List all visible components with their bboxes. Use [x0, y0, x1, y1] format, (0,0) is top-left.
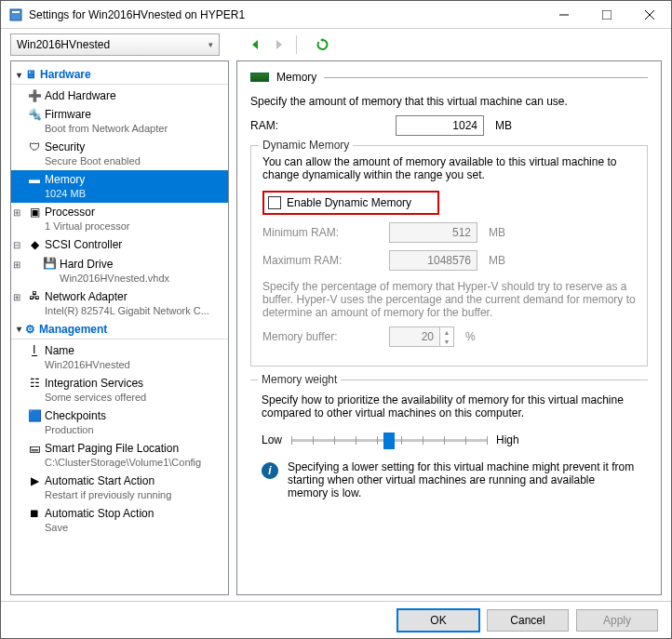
firmware-icon: 🔩	[28, 108, 41, 121]
min-ram-label: Minimum RAM:	[262, 226, 356, 239]
ok-button[interactable]: OK	[397, 609, 479, 632]
ram-label: RAM:	[250, 119, 343, 132]
memory-chip-icon	[250, 73, 269, 82]
svg-rect-0	[10, 9, 21, 20]
scsi-icon: ◆	[28, 238, 41, 251]
weight-high-label: High	[496, 433, 519, 446]
close-button[interactable]	[628, 1, 671, 29]
refresh-button[interactable]	[314, 35, 332, 54]
tree-firmware[interactable]: 🔩 Firmware Boot from Network Adapter	[11, 105, 228, 138]
toolbar: Win2016HVnested ▾	[1, 29, 671, 60]
info-icon: i	[262, 462, 278, 479]
panel-intro: Specify the amount of memory that this v…	[250, 95, 648, 108]
buffer-input	[389, 326, 440, 347]
tree-paging[interactable]: 🖴 Smart Paging File Location C:\ClusterS…	[11, 439, 228, 472]
cancel-button[interactable]: Cancel	[487, 609, 569, 632]
vm-selector-value: Win2016HVnested	[17, 38, 110, 51]
titlebar: Settings for Win2016HVnested on HYPER1	[1, 1, 671, 29]
min-ram-unit: MB	[489, 226, 505, 239]
max-ram-input	[389, 250, 477, 271]
panel-heading: Memory	[276, 71, 316, 84]
weight-info-text: Specifying a lower setting for this virt…	[288, 460, 637, 499]
ram-input[interactable]	[396, 115, 484, 136]
memory-weight-slider[interactable]	[291, 429, 487, 451]
integration-icon: ☷	[28, 377, 41, 390]
max-ram-unit: MB	[489, 254, 505, 267]
tree-autostop[interactable]: ⏹ Automatic Stop Action Save	[11, 504, 228, 537]
memory-weight-group: Memory weight Specify how to prioritize …	[250, 379, 648, 511]
tree-autostart[interactable]: ▶ Automatic Start Action Restart if prev…	[11, 472, 228, 504]
weight-low-label: Low	[262, 433, 282, 446]
settings-tree[interactable]: ▾🖥 Hardware ➕ Add Hardware 🔩 Firmware Bo…	[10, 60, 229, 595]
svg-marker-7	[276, 40, 282, 49]
checkpoints-icon: 🟦	[28, 409, 41, 422]
network-icon: 🖧	[28, 290, 41, 303]
autostop-icon: ⏹	[28, 507, 41, 520]
memory-weight-title: Memory weight	[258, 373, 341, 386]
ram-unit: MB	[495, 119, 512, 132]
tree-integration[interactable]: ☷ Integration Services Some services off…	[11, 374, 228, 406]
dynamic-memory-desc: You can allow the amount of memory avail…	[262, 155, 636, 181]
min-ram-input	[389, 222, 477, 243]
enable-dynamic-memory-row[interactable]: Enable Dynamic Memory	[262, 191, 439, 215]
minimize-button[interactable]	[543, 1, 585, 29]
chevron-down-icon: ▾	[208, 40, 213, 49]
tree-hard-drive[interactable]: 💾 Hard Drive Win2016HVnested.vhdx	[11, 255, 228, 287]
dialog-buttons: OK Cancel Apply	[1, 601, 671, 638]
slider-thumb[interactable]	[383, 433, 395, 449]
memory-panel: Memory Specify the amount of memory that…	[236, 60, 662, 595]
shield-icon: 🛡	[28, 140, 41, 153]
add-hardware-icon: ➕	[28, 89, 41, 102]
svg-rect-3	[602, 10, 612, 20]
nav-back-button[interactable]	[246, 35, 264, 54]
enable-dynamic-memory-label: Enable Dynamic Memory	[287, 196, 411, 209]
window-title: Settings for Win2016HVnested on HYPER1	[29, 8, 245, 21]
apply-button[interactable]: Apply	[576, 609, 658, 632]
hard-drive-icon: 💾	[43, 258, 56, 271]
svg-marker-8	[320, 38, 323, 42]
app-icon	[8, 7, 23, 22]
chevron-down-icon: ▼	[440, 337, 453, 346]
maximize-button[interactable]	[585, 1, 628, 29]
max-ram-label: Maximum RAM:	[262, 254, 356, 267]
buffer-spinner: ▲▼	[440, 326, 454, 347]
name-icon: I̲	[28, 344, 41, 357]
dynamic-memory-group: Dynamic Memory You can allow the amount …	[250, 145, 648, 366]
management-header[interactable]: ▾⚙ Management	[11, 320, 228, 339]
buffer-desc: Specify the percentage of memory that Hy…	[262, 280, 636, 319]
processor-icon: ▣	[28, 206, 41, 219]
vm-selector[interactable]: Win2016HVnested ▾	[10, 33, 220, 56]
memory-icon: ▬	[28, 173, 41, 186]
dynamic-memory-title: Dynamic Memory	[259, 139, 353, 152]
tree-memory[interactable]: ▬ Memory 1024 MB	[11, 170, 228, 203]
tree-add-hardware[interactable]: ➕ Add Hardware	[11, 87, 228, 105]
paging-icon: 🖴	[28, 442, 41, 455]
nav-forward-button[interactable]	[270, 35, 289, 54]
hardware-header[interactable]: ▾🖥 Hardware	[11, 65, 228, 85]
buffer-unit: %	[465, 330, 476, 343]
tree-name[interactable]: I̲ Name Win2016HVnested	[11, 341, 228, 374]
autostart-icon: ▶	[28, 474, 41, 487]
tree-checkpoints[interactable]: 🟦 Checkpoints Production	[11, 406, 228, 439]
svg-rect-1	[12, 11, 20, 13]
tree-processor[interactable]: ▣ Processor 1 Virtual processor	[11, 203, 228, 235]
chevron-up-icon: ▲	[440, 327, 453, 337]
tree-scsi[interactable]: ◆ SCSI Controller	[11, 235, 228, 254]
enable-dynamic-memory-checkbox[interactable]	[268, 196, 281, 209]
tree-security[interactable]: 🛡 Security Secure Boot enabled	[11, 138, 228, 170]
memory-weight-desc: Specify how to prioritize the availabili…	[262, 393, 637, 419]
tree-network[interactable]: 🖧 Network Adapter Intel(R) 82574L Gigabi…	[11, 287, 228, 320]
settings-window: Settings for Win2016HVnested on HYPER1 W…	[0, 0, 672, 639]
buffer-label: Memory buffer:	[262, 330, 356, 343]
svg-marker-6	[252, 40, 258, 49]
